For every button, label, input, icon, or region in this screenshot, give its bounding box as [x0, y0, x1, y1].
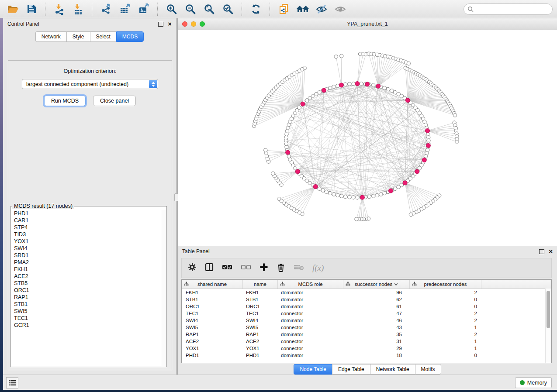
- select-stepper-icon: [149, 80, 157, 88]
- table-tab-motifs[interactable]: Motifs: [415, 364, 441, 375]
- mcds-result-node[interactable]: ACE2: [11, 273, 161, 280]
- table-cell: PHD1: [243, 353, 278, 358]
- zoom-fit-content-button[interactable]: [201, 2, 218, 16]
- zoom-window-traffic-light[interactable]: [200, 21, 205, 27]
- export-table-icon: [119, 3, 131, 15]
- zoom-selected-icon: [222, 3, 234, 15]
- table-row[interactable]: STB1STB1dominator620: [182, 296, 551, 303]
- mcds-result-node[interactable]: CAR1: [11, 217, 161, 224]
- table-cell: 0: [410, 304, 481, 309]
- table-row[interactable]: FKH1FKH1dominator962: [182, 289, 551, 296]
- table-row[interactable]: ORC1ORC1dominator610: [182, 303, 551, 310]
- select-all-button[interactable]: [222, 264, 232, 272]
- import-network-button[interactable]: [51, 2, 68, 16]
- eye-slash-icon: [315, 4, 328, 14]
- mcds-result-node[interactable]: SWI4: [11, 245, 161, 252]
- add-row-button[interactable]: [259, 263, 268, 273]
- clone-network-icon: [278, 3, 290, 15]
- export-network-button[interactable]: [98, 2, 114, 16]
- mcds-result-node[interactable]: TEC1: [11, 315, 161, 322]
- close-window-traffic-light[interactable]: [182, 21, 187, 27]
- table-scrollbar[interactable]: [545, 289, 551, 363]
- open-file-button[interactable]: [4, 2, 21, 16]
- table-cell: STB1: [182, 297, 243, 302]
- table-scrollbar-thumb[interactable]: [547, 291, 550, 328]
- float-panel-icon[interactable]: [158, 22, 163, 27]
- table-row[interactable]: RAP1RAP1dominator352: [182, 331, 551, 338]
- memory-button[interactable]: Memory: [515, 377, 552, 388]
- mcds-result-title: MCDS result (17 nodes): [12, 203, 74, 209]
- column-header-name[interactable]: name: [243, 280, 278, 289]
- mcds-result-node[interactable]: STP4: [11, 224, 161, 231]
- network-graph[interactable]: [178, 30, 557, 246]
- mcds-result-node[interactable]: ORC1: [11, 287, 161, 294]
- show-columns-button[interactable]: [205, 263, 214, 273]
- clone-network-button[interactable]: [276, 2, 292, 16]
- column-header-successor-nodes[interactable]: successor nodes: [343, 280, 410, 289]
- tab-select[interactable]: Select: [90, 31, 116, 42]
- mcds-result-node[interactable]: TID3: [11, 231, 161, 238]
- close-panel-icon[interactable]: ×: [168, 22, 172, 26]
- mcds-result-node[interactable]: STB5: [11, 280, 161, 287]
- close-panel-button[interactable]: Close panel: [93, 96, 136, 106]
- zoom-selected-button[interactable]: [220, 2, 236, 16]
- table-row[interactable]: YOX1YOX1connector291: [182, 345, 551, 352]
- column-header-shared-name[interactable]: shared name: [182, 280, 243, 289]
- export-table-button[interactable]: [117, 2, 133, 16]
- table-tab-network-table[interactable]: Network Table: [370, 364, 415, 375]
- apply-layout-button[interactable]: [248, 2, 264, 16]
- task-history-button[interactable]: [6, 377, 18, 389]
- zoom-out-icon: [185, 3, 196, 15]
- table-row[interactable]: TEC1TEC1connector472: [182, 310, 551, 317]
- table-options-button[interactable]: [188, 263, 197, 273]
- search-input[interactable]: [476, 6, 549, 13]
- zoom-in-button[interactable]: [163, 2, 180, 16]
- table-cell: 47: [343, 311, 410, 316]
- function-builder-button[interactable]: f(x): [312, 263, 324, 273]
- mcds-result-node[interactable]: PHD1: [11, 210, 161, 217]
- deselect-all-button[interactable]: [241, 264, 251, 272]
- zoom-out-button[interactable]: [182, 2, 199, 16]
- close-table-panel-icon[interactable]: ×: [549, 249, 553, 254]
- float-table-panel-icon[interactable]: [539, 249, 544, 254]
- delete-selected-button[interactable]: [277, 263, 285, 274]
- optimization-criterion-select[interactable]: largest connected component (undirected): [22, 79, 158, 89]
- column-header-predecessor-nodes[interactable]: predecessor nodes: [410, 280, 481, 289]
- table-cell: RAP1: [243, 332, 278, 337]
- run-mcds-button[interactable]: Run MCDS: [44, 96, 86, 106]
- tab-style[interactable]: Style: [66, 31, 90, 42]
- network-window-titlebar: YPA_prune.txt_1: [178, 18, 557, 30]
- mcds-result-node[interactable]: STB1: [11, 301, 161, 308]
- table-cell: dominator: [278, 297, 343, 302]
- mcds-result-node[interactable]: FKH1: [11, 266, 161, 273]
- table-row[interactable]: ACE2ACE2connector311: [182, 338, 551, 345]
- table-tab-node-table[interactable]: Node Table: [294, 364, 332, 375]
- mcds-result-node[interactable]: RAP1: [11, 294, 161, 301]
- mcds-result-node[interactable]: SRD1: [11, 252, 161, 259]
- table-cell: 96: [343, 290, 410, 295]
- import-table-icon: [73, 3, 84, 15]
- mcds-result-node[interactable]: PMA2: [11, 259, 161, 266]
- table-tab-edge-table[interactable]: Edge Table: [332, 364, 370, 375]
- export-image-button[interactable]: [135, 2, 152, 16]
- hide-selected-button[interactable]: [313, 2, 330, 16]
- import-table-button[interactable]: [70, 2, 86, 16]
- table-row[interactable]: SWI4SWI4dominator462: [182, 317, 551, 324]
- show-all-button[interactable]: [332, 2, 349, 16]
- mcds-result-scrollbar[interactable]: [161, 210, 166, 366]
- delete-table-button[interactable]: [294, 264, 304, 272]
- table-row[interactable]: PHD1PHD1dominator180: [182, 352, 551, 359]
- mcds-result-node[interactable]: YOX1: [11, 238, 161, 245]
- table-cell: dominator: [278, 290, 343, 295]
- mcds-result-node[interactable]: GCR1: [11, 322, 161, 329]
- table-cell: ACE2: [182, 339, 243, 344]
- column-header-mcds-role[interactable]: MCDS role: [278, 280, 343, 289]
- tab-network[interactable]: Network: [35, 31, 66, 42]
- save-session-button[interactable]: [23, 2, 40, 16]
- mcds-result-node[interactable]: SWI5: [11, 308, 161, 315]
- first-neighbors-button[interactable]: [294, 2, 311, 16]
- tab-mcds[interactable]: MCDS: [116, 31, 144, 42]
- table-row[interactable]: SWI5SWI5connector431: [182, 324, 551, 331]
- search-box[interactable]: [464, 3, 553, 15]
- minimize-window-traffic-light[interactable]: [191, 21, 196, 27]
